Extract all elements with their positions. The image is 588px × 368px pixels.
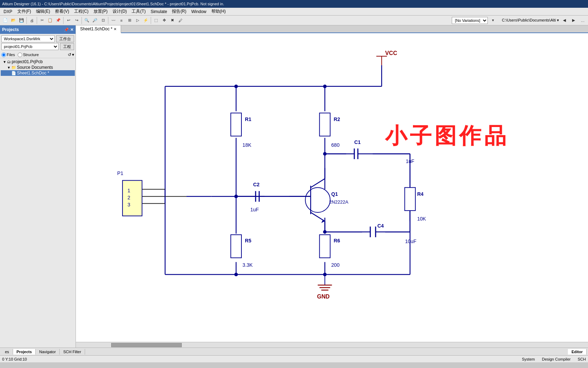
sidebar-close-icon[interactable]: ✕: [70, 28, 73, 32]
tb-open[interactable]: 📂: [10, 17, 17, 24]
statusbar: 0 Y:10 Grid:10 System Design Compiler SC…: [0, 355, 588, 362]
tb-comp[interactable]: ⊞: [126, 17, 133, 24]
refresh-icon[interactable]: ↺: [68, 52, 71, 57]
tb-sep5: [108, 17, 108, 24]
menu-file[interactable]: 文件(F): [15, 8, 33, 15]
tb-port[interactable]: ▷: [134, 17, 142, 24]
tb-undo[interactable]: ↩: [65, 17, 72, 24]
tb-prop[interactable]: 🖊: [176, 17, 184, 24]
svg-marker-68: [321, 219, 325, 223]
menu-design[interactable]: 设计(D): [110, 8, 129, 15]
svg-rect-50: [319, 113, 330, 136]
project-button[interactable]: 工程: [60, 43, 74, 50]
tb-paste[interactable]: 📌: [54, 17, 62, 24]
structure-radio[interactable]: [18, 53, 22, 57]
project-arrow-icon: ▼: [3, 60, 6, 64]
menu-place[interactable]: 放置(P): [91, 8, 110, 15]
menu-edit[interactable]: 编辑(E): [34, 8, 52, 15]
tb-net[interactable]: ≡: [118, 17, 125, 24]
menu-help[interactable]: 帮助(H): [209, 8, 228, 15]
tb-nav-back[interactable]: ◀: [560, 17, 568, 24]
title-text: Altium Designer (16.1) - C:\Users\Public…: [2, 2, 224, 6]
svg-text:3.3K: 3.3K: [242, 262, 253, 268]
bottom-tab-editor[interactable]: Editor: [568, 349, 587, 355]
settings-icon[interactable]: ▾: [72, 52, 74, 57]
h-scroll-thumb[interactable]: [111, 343, 182, 347]
svg-rect-42: [122, 180, 142, 216]
h-scrollbar[interactable]: [76, 342, 588, 348]
bottom-tab-sch-filter[interactable]: SCH Filter: [60, 349, 85, 355]
svg-rect-47: [231, 113, 241, 136]
menu-simulate[interactable]: Simulate: [149, 8, 169, 15]
right-panel: Sheet1.SchDoc * ✕: [76, 25, 588, 348]
svg-rect-78: [319, 235, 330, 258]
variations-dropdown[interactable]: [No Variations]: [452, 17, 488, 24]
tb-wire[interactable]: 〰: [109, 17, 117, 24]
tb-pwr[interactable]: ⚡: [142, 17, 150, 24]
doc-tab-close-icon[interactable]: ✕: [114, 27, 116, 31]
svg-line-67: [311, 212, 325, 221]
svg-text:C4: C4: [377, 223, 384, 229]
files-tab[interactable]: Files: [1, 52, 15, 57]
tb-cut[interactable]: ✂: [38, 17, 46, 24]
tb-print[interactable]: 🖨: [28, 17, 36, 24]
svg-text:GND: GND: [317, 293, 330, 300]
sidebar-title: Projects: [2, 27, 19, 32]
tb-save[interactable]: 💾: [18, 17, 25, 24]
svg-text:P1: P1: [117, 170, 123, 176]
bottom-tab-projects[interactable]: Projects: [13, 349, 36, 355]
workspace-button[interactable]: 工作台: [56, 35, 74, 42]
files-radio[interactable]: [1, 53, 6, 57]
menu-dxp[interactable]: DXP: [1, 8, 14, 15]
tb-right-area: [No Variations] ▾ C:\Users\Public\Docume…: [452, 17, 587, 24]
svg-text:18K: 18K: [242, 142, 252, 148]
tb-more[interactable]: …: [579, 17, 587, 24]
project-select[interactable]: project01.PrjPcb: [1, 43, 59, 50]
tree-sheet1[interactable]: 📄 Sheet1.SchDoc *: [1, 70, 75, 76]
svg-point-70: [305, 188, 330, 212]
tree-project[interactable]: ▼ 🗂 project01.PrjPcb: [1, 59, 75, 65]
menu-project[interactable]: 工程(C): [72, 8, 91, 15]
tb-sep3: [63, 17, 64, 24]
tb-zoom-out[interactable]: 🔎: [91, 17, 99, 24]
doc-tab-sheet1[interactable]: Sheet1.SchDoc * ✕: [76, 25, 121, 33]
tb-fit[interactable]: ⊡: [99, 17, 107, 24]
tb-nav-fwd[interactable]: ▶: [570, 17, 577, 24]
bottom-tab-es[interactable]: es: [1, 349, 13, 355]
sidebar-header-icons: 📌 ✕: [64, 28, 73, 32]
svg-text:680: 680: [331, 142, 340, 148]
svg-text:Q1: Q1: [331, 191, 338, 197]
sidebar-pin-icon[interactable]: 📌: [64, 28, 69, 32]
tb-zoom-in[interactable]: 🔍: [83, 17, 91, 24]
tb-copy[interactable]: 📋: [46, 17, 54, 24]
tb-sep1: [26, 17, 27, 24]
menu-view[interactable]: 察看(V): [53, 8, 71, 15]
svg-text:VCC: VCC: [385, 50, 397, 56]
tb-redo[interactable]: ↪: [73, 17, 80, 24]
structure-tab[interactable]: Structure: [18, 52, 39, 57]
status-system[interactable]: System: [522, 357, 535, 361]
schematic-area[interactable]: VCC GND 小子图作品 P1 1 2 3 R1 18K: [76, 33, 588, 342]
menu-tools[interactable]: 工具(T): [130, 8, 148, 15]
workspace-row: Workspace1.DsnWrk 工作台: [1, 35, 74, 42]
title-bar: Altium Designer (16.1) - C:\Users\Public…: [0, 0, 588, 8]
menu-reports[interactable]: 报告(R): [170, 8, 188, 15]
tree-source-docs[interactable]: ▼ 📁 Source Documents: [1, 65, 75, 70]
source-arrow-icon: ▼: [7, 66, 11, 70]
status-design-compiler[interactable]: Design Compiler: [542, 357, 570, 361]
menu-window[interactable]: Window: [189, 8, 209, 15]
schematic-svg: VCC GND 小子图作品 P1 1 2 3 R1 18K: [76, 33, 588, 342]
status-sch[interactable]: SCH: [578, 357, 586, 361]
tb-new[interactable]: 📄: [1, 17, 9, 24]
folder-icon: 📁: [11, 65, 16, 70]
tb-variations-btn[interactable]: ▾: [489, 17, 497, 24]
bottom-tab-navigator[interactable]: Navigator: [36, 349, 60, 355]
tb-sel[interactable]: ⬚: [152, 17, 160, 24]
tb-move[interactable]: ✥: [160, 17, 168, 24]
workspace-select[interactable]: Workspace1.DsnWrk: [1, 35, 55, 42]
svg-text:1uF: 1uF: [250, 207, 259, 212]
tb-del[interactable]: ✖: [168, 17, 176, 24]
svg-text:1: 1: [127, 188, 130, 193]
file-tab-icons: ↺ ▾: [68, 52, 74, 57]
menu-bar: DXP 文件(F) 编辑(E) 察看(V) 工程(C) 放置(P) 设计(D) …: [0, 8, 588, 16]
